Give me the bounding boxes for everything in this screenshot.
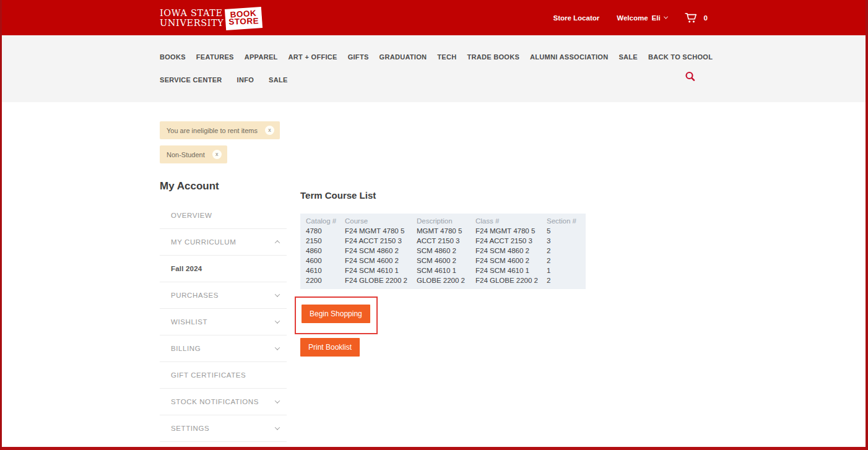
nav-link-apparel[interactable]: APPAREL	[245, 53, 278, 61]
page: IOWA STATE UNIVERSITY BOOK STORE Store L…	[0, 0, 868, 450]
sidebar-item-billing[interactable]: BILLING	[160, 335, 287, 362]
sidebar-item-label: BILLING	[171, 345, 201, 352]
column-header-class: Class #	[475, 214, 547, 226]
table-row: 2200F24 GLOBE 2200 2GLOBE 2200 2F24 GLOB…	[300, 275, 586, 289]
table-cell: F24 MGMT 4780 5	[475, 226, 547, 236]
welcome-label: Welcome	[617, 14, 648, 22]
username: Eli	[652, 14, 661, 22]
table-cell: F24 SCM 4610 1	[475, 266, 547, 275]
table-cell: 2	[547, 246, 586, 256]
logo-line2: UNIVERSITY	[160, 19, 224, 28]
chevron-down-icon	[664, 15, 668, 19]
table-cell: F24 ACCT 2150 3	[475, 236, 547, 246]
table-cell: SCM 4600 2	[417, 256, 475, 266]
table-cell: F24 SCM 4610 1	[345, 266, 417, 275]
sidebar-item-cases[interactable]: CASES	[160, 442, 287, 450]
sidebar-item-settings[interactable]: SETTINGS	[160, 415, 287, 442]
sidebar-item-label: STOCK NOTIFICATIONS	[171, 398, 259, 405]
begin-shopping-button[interactable]: Begin Shopping	[302, 305, 370, 323]
nav-link-graduation[interactable]: GRADUATION	[380, 53, 427, 61]
main-navigation: BOOKSFEATURESAPPARELART + OFFICEGIFTSGRA…	[2, 35, 866, 102]
nav-link-sale[interactable]: SALE	[618, 53, 638, 61]
logo-university-name: IOWA STATE UNIVERSITY	[160, 9, 224, 28]
nav-link-art-office[interactable]: ART + OFFICE	[289, 53, 337, 61]
dismiss-icon[interactable]: x	[212, 150, 222, 159]
table-row: 4600F24 SCM 4600 2SCM 4600 2F24 SCM 4600…	[300, 256, 586, 266]
header-utility-links: Store Locator Welcome Eli 0	[553, 12, 708, 24]
chevron-down-icon	[275, 398, 280, 403]
table-row: 4780F24 MGMT 4780 5MGMT 4780 5F24 MGMT 4…	[300, 226, 586, 236]
nav-link-tech[interactable]: TECH	[437, 53, 456, 61]
sidebar-item-purchases[interactable]: PURCHASES	[160, 282, 287, 309]
nav-link-gifts[interactable]: GIFTS	[348, 53, 369, 61]
sidebar-item-label: SETTINGS	[171, 425, 209, 432]
bookstore-logo[interactable]: IOWA STATE UNIVERSITY BOOK STORE	[160, 8, 261, 29]
nav-link-sale[interactable]: SALE	[269, 76, 288, 84]
table-cell: 2150	[300, 236, 345, 246]
table-cell: 3	[547, 236, 586, 246]
nav-row-primary: BOOKSFEATURESAPPARELART + OFFICEGIFTSGRA…	[160, 35, 708, 61]
account-dropdown[interactable]: Welcome Eli	[617, 14, 667, 22]
begin-shopping-highlight-box: Begin Shopping	[295, 296, 378, 334]
table-cell: ACCT 2150 3	[417, 236, 475, 246]
sidebar-item-wishlist[interactable]: WISHLIST	[160, 309, 287, 335]
search-icon	[684, 71, 697, 83]
search-button[interactable]	[684, 71, 697, 85]
notice-tag-non-student: Non-Studentx	[160, 145, 227, 163]
table-cell: GLOBE 2200 2	[417, 275, 475, 289]
print-booklist-button[interactable]: Print Booklist	[300, 338, 360, 357]
cart-icon	[685, 12, 698, 24]
chevron-down-icon	[275, 425, 280, 430]
nav-link-trade-books[interactable]: TRADE BOOKS	[467, 53, 519, 61]
sidebar-item-my-curriculum[interactable]: MY CURRICULUM	[160, 229, 287, 256]
cart-count: 0	[704, 14, 708, 22]
logo-store: STORE	[228, 17, 259, 26]
nav-link-info[interactable]: INFO	[237, 76, 254, 84]
table-cell: 5	[547, 226, 586, 236]
notice-label: Non-Student	[167, 151, 205, 158]
table-cell: 1	[547, 266, 586, 275]
chevron-down-icon	[275, 292, 280, 296]
table-cell: F24 GLOBE 2200 2	[345, 275, 417, 289]
dismiss-icon[interactable]: x	[265, 126, 274, 135]
table-cell: SCM 4610 1	[417, 266, 475, 275]
table-cell: 2200	[300, 275, 345, 289]
notice-label: You are ineligible to rent items	[167, 127, 258, 134]
nav-link-back-to-school[interactable]: BACK TO SCHOOL	[648, 53, 713, 61]
main-panel: Term Course List Catalog #CourseDescript…	[287, 102, 586, 450]
notice-tag-you-are-ineligible-to-rent-items: You are ineligible to rent itemsx	[160, 121, 280, 139]
nav-link-features[interactable]: FEATURES	[196, 53, 234, 61]
column-header-course: Course	[345, 214, 417, 226]
table-cell: 4780	[300, 226, 345, 236]
notice-tags: You are ineligible to rent itemsxNon-Stu…	[160, 121, 287, 163]
table-cell: 2	[547, 275, 586, 289]
table-cell: F24 SCM 4600 2	[345, 256, 417, 266]
chevron-down-icon	[275, 318, 280, 323]
table-cell: F24 GLOBE 2200 2	[475, 275, 547, 289]
sidebar-item-overview[interactable]: OVERVIEW	[160, 202, 287, 229]
table-row: 4860F24 SCM 4860 2SCM 4860 2F24 SCM 4860…	[300, 246, 586, 256]
sidebar-item-stock-notifications[interactable]: STOCK NOTIFICATIONS	[160, 389, 287, 415]
table-cell: 4860	[300, 246, 345, 256]
table-row: 4610F24 SCM 4610 1SCM 4610 1F24 SCM 4610…	[300, 266, 586, 275]
nav-link-service-center[interactable]: SERVICE CENTER	[160, 76, 222, 84]
table-cell: SCM 4860 2	[417, 246, 475, 256]
chevron-down-icon	[275, 345, 280, 350]
content-area: You are ineligible to rent itemsxNon-Stu…	[2, 102, 866, 450]
chevron-up-icon	[275, 240, 280, 245]
page-title: My Account	[160, 180, 287, 193]
store-locator-link[interactable]: Store Locator	[553, 14, 599, 22]
table-cell: F24 MGMT 4780 5	[345, 226, 417, 236]
table-cell: F24 SCM 4860 2	[475, 246, 547, 256]
column-header-section: Section #	[547, 214, 586, 226]
sidebar-item-gift-certificates[interactable]: GIFT CERTIFICATES	[160, 362, 287, 389]
table-cell: F24 SCM 4860 2	[345, 246, 417, 256]
term-course-table: Catalog #CourseDescriptionClass #Section…	[300, 214, 586, 289]
sidebar-item-label: OVERVIEW	[171, 212, 212, 219]
sidebar-item-fall-2024[interactable]: Fall 2024	[160, 256, 287, 282]
nav-link-alumni-association[interactable]: ALUMNI ASSOCIATION	[530, 53, 608, 61]
nav-link-books[interactable]: BOOKS	[160, 53, 186, 61]
nav-row-secondary: SERVICE CENTERINFOSALE	[160, 61, 708, 84]
table-header-row: Catalog #CourseDescriptionClass #Section…	[300, 214, 586, 226]
cart-button[interactable]: 0	[685, 12, 708, 24]
